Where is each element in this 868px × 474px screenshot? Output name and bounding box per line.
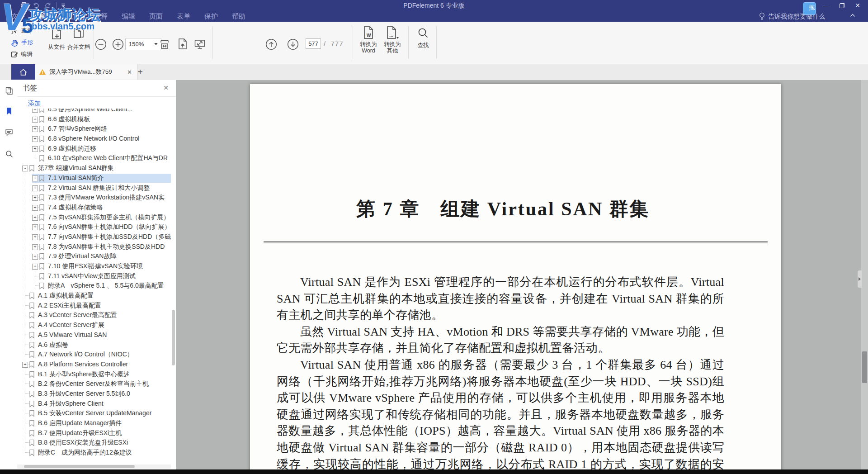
menu-home[interactable]: 首页	[39, 12, 52, 21]
restore-button[interactable]	[836, 0, 848, 10]
bookmark-item[interactable]: A.8 Platform Services Controller	[17, 360, 171, 370]
close-panel-icon[interactable]: ✕	[163, 84, 169, 91]
bookmark-item[interactable]: 7.5 向vSAN群集添加更多主机（横向扩展）	[17, 213, 171, 223]
panel-horizontal-scrollbar[interactable]	[17, 465, 171, 469]
bookmark-item[interactable]: B.2 备份vCenter Server及检查当前主机	[17, 379, 171, 389]
bookmark-item[interactable]: A.3 vCenter Server最高配置	[17, 310, 171, 320]
menu-view[interactable]: 视图	[66, 12, 80, 21]
expander-icon[interactable]	[32, 175, 38, 181]
scrollbar-thumb[interactable]	[24, 465, 135, 468]
bookmark-item[interactable]: 附录C 成为网络高手的12条建议	[17, 448, 171, 458]
expand-right-panel-handle[interactable]	[858, 270, 862, 288]
bookmark-item[interactable]: 7.2 Virtual SAN 群集设计和大小调整	[17, 183, 171, 193]
bookmark-item[interactable]: B.6 启用Update Manager插件	[17, 418, 171, 428]
menu-edit[interactable]: 编辑	[122, 12, 135, 21]
zoom-level-select[interactable]: 150%	[125, 38, 161, 50]
menu-help[interactable]: 帮助	[232, 12, 245, 21]
convert-to-word-button[interactable]: W 转换为Word	[357, 26, 380, 54]
bookmark-item[interactable]: 6.9 虚拟机的迁移	[17, 144, 171, 154]
fit-page-button[interactable]	[177, 38, 188, 50]
bookmark-icon[interactable]	[5, 107, 14, 116]
search-icon[interactable]	[5, 149, 14, 158]
bookmark-item[interactable]: 6.10 在vSphere Web Client中配置HA与DR	[17, 153, 171, 163]
expander-icon[interactable]	[32, 234, 38, 240]
bookmark-item[interactable]: 6.6 虚拟机模板	[17, 114, 171, 124]
bookmark-item[interactable]: 7.1 Virtual SAN简介	[17, 173, 171, 183]
bookmark-item[interactable]: B.7 使用Update升级ESXi主机	[17, 428, 171, 438]
close-button[interactable]: ✕	[852, 0, 863, 10]
close-tab-icon[interactable]: ✕	[125, 69, 134, 76]
expander-icon[interactable]	[32, 117, 38, 123]
expander-icon[interactable]	[32, 146, 38, 152]
bookmark-item[interactable]: B.8 使用ESXi安装光盘升级ESXi	[17, 438, 171, 448]
bookmark-item[interactable]: 第7章 组建Virtual SAN群集	[17, 163, 171, 173]
expander-icon[interactable]	[32, 205, 38, 211]
bookmark-item[interactable]: 7.3 使用VMware Workstation搭建vSAN实	[17, 193, 171, 203]
bookmark-item[interactable]: 6.8 vSphere Network I/O Control	[17, 134, 171, 144]
add-bookmark-link[interactable]: 添加	[28, 100, 41, 108]
collapse-ribbon-chevron-icon[interactable]	[850, 13, 855, 17]
expander-icon[interactable]	[32, 244, 38, 250]
bookmark-item[interactable]: A.1 虚拟机最高配置	[17, 291, 171, 301]
expander-icon[interactable]	[32, 215, 38, 221]
menu-comment[interactable]: 注释	[94, 12, 108, 21]
expander-icon[interactable]	[32, 136, 38, 142]
document-tab[interactable]: 深入学习VMwa...数759 ✕	[35, 64, 138, 80]
bookmark-item[interactable]: A.6 虚拟卷	[17, 340, 171, 350]
bookmark-item[interactable]: 7.6 向vSAN群集主机添加HDD（纵向扩展）	[17, 222, 171, 232]
expander-icon[interactable]	[22, 362, 28, 368]
edit-tool-button[interactable]: 编辑	[11, 49, 33, 59]
netdisk-upload-button[interactable]: 拖拽上传	[803, 2, 816, 15]
bookmark-item[interactable]: A.2 ESXi主机最高配置	[17, 301, 171, 311]
previous-page-button[interactable]	[265, 38, 277, 50]
expander-icon[interactable]	[32, 254, 38, 260]
bookmark-item[interactable]: 7.9 处理Virtual SAN故障	[17, 251, 171, 261]
bookmark-item[interactable]: A.7 Network I/O Control（NIOC）	[17, 350, 171, 360]
menu-file[interactable]: 文件	[11, 12, 25, 21]
bookmark-item[interactable]: 7.10 使用ESXi搭建vSAN实验环境	[17, 261, 171, 271]
document-vertical-scrollbar[interactable]	[861, 80, 868, 469]
bookmark-item[interactable]: 7.11 vSAN中View桌面应用测试	[17, 271, 171, 281]
expander-icon[interactable]	[32, 185, 38, 191]
menu-protect[interactable]: 保护	[204, 12, 218, 21]
bookmark-item[interactable]: 6.7 管理vSphere网络	[17, 124, 171, 134]
comment-icon[interactable]	[5, 128, 14, 137]
expander-icon[interactable]	[32, 264, 38, 270]
expander-icon[interactable]	[22, 166, 28, 171]
bookmark-item[interactable]: 6.5 使用vSphere Web Client...	[17, 109, 171, 114]
bookmark-item[interactable]: 7.8 为vSAN群集主机主动更换SSD及HDD	[17, 242, 171, 252]
bookmark-item[interactable]: B.4 升级vSphere Client	[17, 399, 171, 409]
panel-vertical-scrollbar[interactable]	[172, 310, 175, 365]
merge-documents-button[interactable]: 合并文档	[67, 27, 90, 51]
fit-width-button[interactable]	[159, 39, 170, 50]
expander-icon[interactable]	[32, 126, 38, 132]
expander-icon[interactable]	[32, 224, 38, 230]
hand-tool-button[interactable]: 手形	[11, 38, 33, 47]
bookmark-item[interactable]: A.5 VMware Virtual SAN	[17, 330, 171, 340]
page-number-input[interactable]	[306, 38, 321, 49]
thumbnails-icon[interactable]	[5, 86, 14, 95]
minimize-button[interactable]	[820, 0, 832, 10]
fit-screen-button[interactable]	[194, 39, 206, 50]
scrollbar-thumb[interactable]	[862, 351, 867, 383]
bookmark-item[interactable]: B.1 某小型vSphere数据中心概述	[17, 370, 171, 379]
menu-page[interactable]: 页面	[149, 12, 163, 21]
new-tab-button[interactable]: +	[134, 66, 146, 78]
bookmark-item[interactable]: A.4 vCenter Server扩展	[17, 320, 171, 330]
expander-icon[interactable]	[32, 195, 38, 201]
find-button[interactable]: 查找	[411, 27, 435, 49]
from-file-button[interactable]: 从文件	[45, 27, 68, 51]
convert-to-other-button[interactable]: ... 转换为其他	[381, 26, 404, 54]
zoom-out-button[interactable]	[95, 38, 107, 50]
next-page-button[interactable]	[287, 38, 299, 50]
bookmark-item[interactable]: B.3 升级vCenter Server 5.5到6.0	[17, 389, 171, 399]
bookmark-item[interactable]: 7.4 虚拟机存储策略	[17, 203, 171, 213]
zoom-in-button[interactable]	[112, 38, 124, 50]
bookmark-item[interactable]: 附录A vSphere 5.1 、 5.5与6.0最高配置	[17, 281, 171, 291]
bookmark-item[interactable]: 7.7 向vSAN群集主机添加SSD及HDD（多磁	[17, 232, 171, 242]
select-tool-button[interactable]: 选择	[11, 26, 33, 36]
bookmark-item[interactable]: B.5 安装vCenter Server UpdateManager	[17, 408, 171, 418]
menu-form[interactable]: 表单	[177, 12, 190, 21]
home-tab[interactable]	[11, 64, 35, 80]
expander-icon[interactable]	[32, 109, 38, 113]
